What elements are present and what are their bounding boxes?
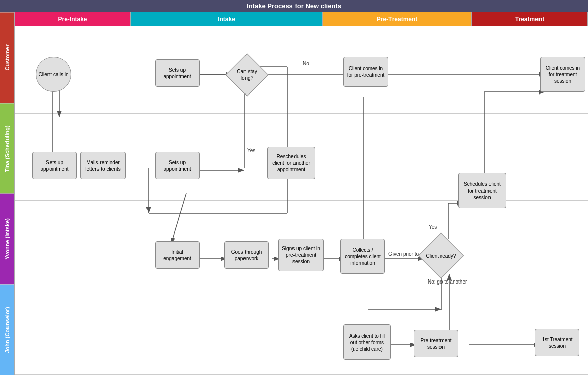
diagram-title: Intake Process for New clients [0,0,588,12]
col-header-treatment: Treatment [472,12,588,26]
lane-row-john [15,288,588,376]
label-no: No [303,61,309,66]
diagram-area: Pre-Intake Intake Pre-Treatment Treatmen… [14,12,588,375]
lane-label-john: John (Counselor) [0,285,14,376]
label-yes: Yes [247,148,255,153]
col-header-pre-treatment: Pre-Treatment [323,12,472,26]
label-yes-client-ready: Yes [429,224,437,230]
node-pre-treatment-session: Pre-treatment session [414,330,458,357]
node-schedules-treatment: Schedules client for treatment session [458,173,506,208]
node-sets-up-appt-customer: Sets up appointment [155,59,200,87]
node-reschedules-client: Reschedules client for another appointme… [267,147,315,179]
node-client-comes-treatment: Client comes in for treatment session [540,57,585,92]
col-headers: Pre-Intake Intake Pre-Treatment Treatmen… [15,12,588,26]
lane-labels: Customer Tina (Scheduling) Yvonne (Intsk… [0,12,14,375]
col-header-intake: Intake [131,12,323,26]
node-sets-up-appt-tina: Sets up appointment [32,152,77,179]
lane-label-yvonne: Yvonne (Intske) [0,194,14,285]
node-asks-client: Asks client to fill out other forms (i.e… [343,324,391,360]
col-divider-2 [323,26,323,375]
lane-label-tina: Tina (Scheduling) [0,103,14,194]
node-can-stay-long: Can stay long? [230,58,264,92]
swim-lanes: Customer Tina (Scheduling) Yvonne (Intsk… [0,12,588,375]
node-collects-info: Collects / completes client information [340,239,385,274]
diagram-container: Intake Process for New clients Customer … [0,0,588,375]
node-client-comes-pre-treatment: Client comes in for pre-treatment [343,57,388,87]
label-no-go-another: No: go to another [428,279,467,285]
node-initial-engagement: Initial engagement [155,241,200,269]
node-sets-up-appt-tina2: Sets up appointment [155,152,200,179]
node-first-treatment: 1st Treatment session [535,329,579,356]
node-signs-up-client: Signs up client in pre-treatment session [278,239,324,271]
col-header-pre-intake: Pre-Intake [15,12,131,26]
node-client-calls-in: Client calls in [36,57,71,92]
label-given-prior-to: Given prior to [388,251,419,257]
lane-label-customer: Customer [0,12,14,103]
lanes-content: Client calls in Sets up appointment Can … [15,26,588,375]
node-client-ready: Client ready? [423,238,459,274]
lane-row-customer [15,26,588,114]
node-mails-reminder: Mails reminder letters to clients [80,152,126,179]
node-goes-through-paperwork: Goes through paperwork [224,241,269,269]
col-divider-1 [131,26,131,375]
